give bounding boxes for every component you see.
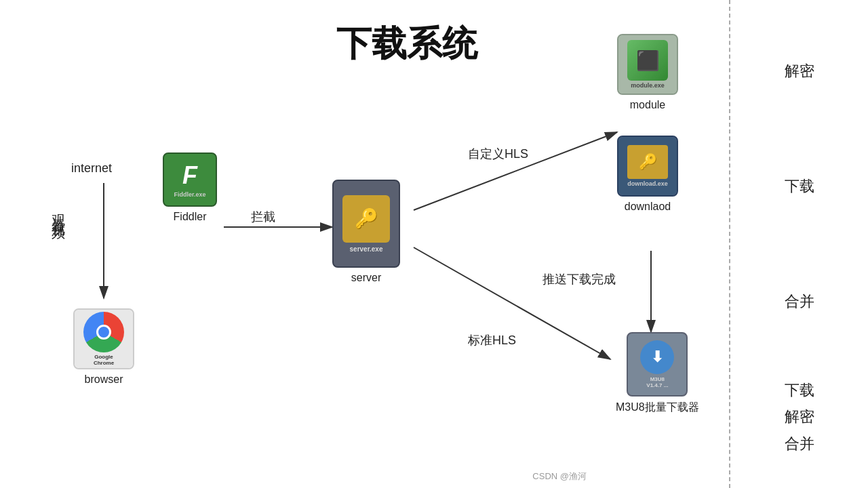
- page-title: 下载系统: [336, 20, 477, 68]
- server-icon-img: 🔑 server.exe: [332, 180, 400, 268]
- sidebar-section-merge: 合并: [785, 244, 814, 359]
- download-icon-box: 🔑 download.exe downlaod: [617, 136, 678, 213]
- server-exe-label: server.exe: [350, 245, 383, 253]
- chrome-circle: [83, 312, 124, 352]
- chrome-label: browser: [85, 373, 123, 386]
- fiddler-f-letter: F: [182, 161, 197, 190]
- standard-hls-label: 标准HLS: [468, 332, 516, 348]
- chrome-inner-circle: [96, 325, 111, 340]
- fiddler-exe-label: Fiddler.exe: [174, 191, 205, 198]
- watermark: CSDN @渔河: [532, 470, 587, 483]
- m3u8-version-label: M3U8V1.4.7 ...: [646, 376, 668, 388]
- sidebar-section-download: 下载: [785, 129, 814, 244]
- m3u8-label: M3U8批量下载器: [616, 401, 699, 415]
- module-icon-img: ⬛ module.exe: [617, 34, 678, 95]
- intercept-label: 拦截: [251, 209, 275, 225]
- server-label: server: [351, 272, 381, 284]
- chrome-name-label: GoogleChrome: [94, 354, 114, 366]
- sidebar-section-all: 下载 解密 合并: [785, 359, 814, 474]
- module-label: module: [630, 99, 665, 111]
- sidebar-merge-label: 合并: [785, 288, 814, 315]
- module-icon-box: ⬛ module.exe module: [617, 34, 678, 111]
- svg-line-3: [414, 132, 617, 210]
- module-cube: ⬛: [627, 40, 668, 81]
- fiddler-label: Fiddler: [174, 211, 207, 223]
- fiddler-icon-img: F Fiddler.exe: [163, 152, 217, 207]
- module-exe-label: module.exe: [631, 82, 665, 89]
- internet-label: internet: [71, 161, 112, 176]
- push-complete-label: 推送下载完成: [542, 271, 616, 287]
- sidebar-all-label: 下载 解密 合并: [785, 377, 814, 458]
- server-icon-box: 🔑 server.exe server: [332, 180, 400, 284]
- sidebar: 解密 下载 合并 下载 解密 合并: [729, 0, 868, 488]
- sidebar-section-decrypt: 解密: [785, 14, 814, 129]
- sidebar-download-label: 下载: [785, 173, 814, 200]
- custom-hls-label: 自定义HLS: [468, 146, 528, 162]
- chrome-icon-box: GoogleChrome browser: [73, 308, 134, 386]
- m3u8-icon-img: ⬇ M3U8V1.4.7 ...: [627, 332, 688, 396]
- sidebar-decrypt-label: 解密: [785, 58, 814, 85]
- chrome-icon-img: GoogleChrome: [73, 308, 134, 369]
- m3u8-icon-box: ⬇ M3U8V1.4.7 ... M3U8批量下载器: [616, 332, 699, 415]
- download-exe-label: download.exe: [627, 180, 668, 187]
- download-icon-img: 🔑 download.exe: [617, 136, 678, 197]
- watch-video-label: 观 看 视 频: [47, 203, 69, 215]
- download-label: downlaod: [625, 201, 671, 213]
- fiddler-icon-box: F Fiddler.exe Fiddler: [163, 152, 217, 223]
